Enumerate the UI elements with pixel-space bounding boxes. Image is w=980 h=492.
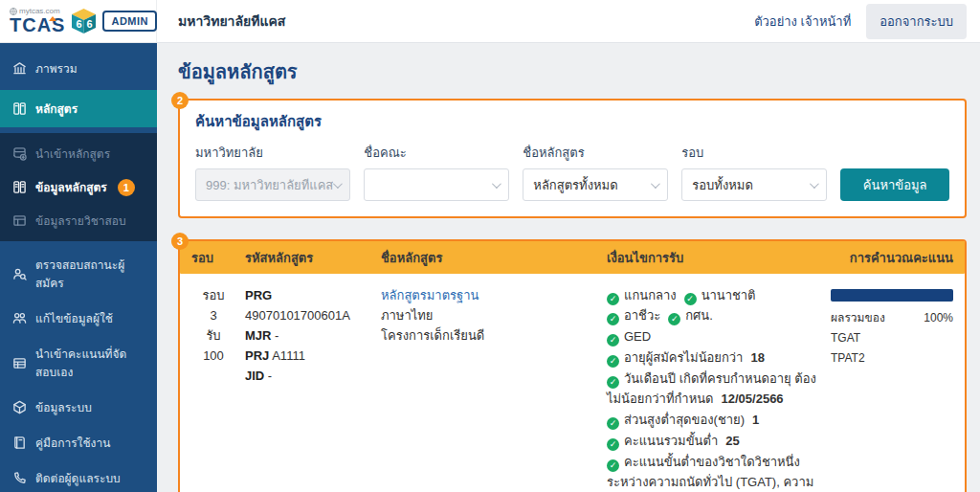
sidebar-item-label: นำเข้าคะแนนที่จัดสอบเอง xyxy=(35,345,145,381)
sidebar-item-label: หลักสูตร xyxy=(35,100,78,118)
admin-badge: ADMIN xyxy=(102,11,157,32)
condition-line: ✓GED xyxy=(607,326,821,347)
condition-line: ✓วันเดือนปี เกิดที่ครบกำหนดอายุ ต้องไม่น… xyxy=(607,369,821,409)
annotation-badge-1: 1 xyxy=(118,179,135,196)
round-field-label: รอบ xyxy=(681,143,827,163)
import-course-icon xyxy=(11,146,27,162)
sidebar-item-label: ติดต่อผู้ดูแลระบบ xyxy=(35,469,121,487)
sidebar-item[interactable]: คู่มือการใช้งาน xyxy=(0,425,157,460)
sidebar-item[interactable]: ตรวจสอบสถานะผู้สมัคร xyxy=(0,247,157,301)
score-subject: TGAT xyxy=(831,328,953,348)
score-label: ผลรวมของ xyxy=(831,308,885,328)
check-icon: ✓ xyxy=(684,293,697,305)
year-label: 66 xyxy=(71,18,97,30)
manual-icon xyxy=(11,436,27,451)
main-content: ข้อมูลหลักสูตร 2 ค้นหาข้อมูลหลักสูตร มหา… xyxy=(157,43,980,492)
faculty-select[interactable] xyxy=(364,168,509,201)
chevron-down-icon xyxy=(651,179,660,189)
course-table-panel: 3 รอบ รหัสหลักสูตร ชื่อหลักสูตร เงื่อนไข… xyxy=(178,239,967,492)
col-header-conditions: เงื่อนไขการรับ xyxy=(607,248,821,268)
sidebar-item-label: ข้อมูลรายวิชาสอบ xyxy=(35,212,126,230)
check-icon: ✓ xyxy=(607,376,619,389)
contact-icon xyxy=(11,471,27,486)
condition-line: ✓คะแนนรวมขั้นต่ำ25 xyxy=(607,431,821,451)
round-cell: รอบ3รับ100 xyxy=(191,285,235,492)
sidebar-item-label: นำเข้าหลักสูตร xyxy=(35,145,110,163)
condition-line: ✓อายุผู้สมัครไม่น้อยกว่า18 xyxy=(607,347,821,368)
search-panel-title: ค้นหาข้อมูลหลักสูตร xyxy=(195,110,949,133)
sidebar-item-label: ภาพรวม xyxy=(35,59,78,78)
page-title: ข้อมูลหลักสูตร xyxy=(178,56,967,87)
check-icon: ✓ xyxy=(607,313,619,325)
sidebar-item-label: แก้ไขข้อมูลผู้ใช้ xyxy=(35,309,113,327)
score-subject: TPAT2 xyxy=(831,348,953,369)
check-icon: ✓ xyxy=(607,334,619,347)
score-percent: 100% xyxy=(924,308,953,328)
conditions-cell: ✓แกนกลาง✓นานาชาติ✓อาชีวะ✓กศน.✓GED✓อายุผู… xyxy=(607,285,821,492)
table-row: รอบ3รับ100PRG 49070101700601AMJR -PRJ A1… xyxy=(180,274,965,492)
round-select[interactable]: รอบทั้งหมด xyxy=(681,168,827,201)
col-header-name: ชื่อหลักสูตร xyxy=(381,248,597,268)
col-header-code: รหัสหลักสูตร xyxy=(245,248,371,268)
col-header-round: รอบ xyxy=(191,248,235,268)
program-select[interactable]: หลักสูตรทั้งหมด xyxy=(523,168,668,201)
score-weight-bar xyxy=(831,289,953,302)
sidebar-item-label: ข้อมูลหลักสูตร xyxy=(35,178,107,196)
check-icon: ✓ xyxy=(607,459,619,472)
table-row-slot-0: รอบ3รับ100PRG 49070101700601AMJR -PRJ A1… xyxy=(180,274,965,492)
faculty-field-label: ชื่อคณะ xyxy=(364,143,509,163)
check-icon: ✓ xyxy=(607,438,619,451)
sidebar-item[interactable]: แก้ไขข้อมูลผู้ใช้ xyxy=(0,301,157,336)
current-user-label: ตัวอย่าง เจ้าหน้าที่ xyxy=(754,11,851,32)
score-cell: ผลรวมของ100%TGATTPAT2 xyxy=(831,285,953,492)
condition-line: ✓ส่วนสูงต่ำสุดของ(ชาย)1 xyxy=(607,410,821,430)
table-header-row: รอบ รหัสหลักสูตร ชื่อหลักสูตร เงื่อนไขกา… xyxy=(180,241,965,274)
program-field-label: ชื่อหลักสูตร xyxy=(523,143,668,163)
course-link[interactable]: หลักสูตรมาตรฐาน xyxy=(381,285,597,305)
annotation-badge-3: 3 xyxy=(171,233,189,250)
col-header-score: การคำนวณคะแนน xyxy=(831,248,953,268)
course-data-icon xyxy=(11,180,27,195)
chevron-down-icon xyxy=(333,179,343,189)
bank-icon xyxy=(11,61,27,77)
sidebar-item-label: ตรวจสอบสถานะผู้สมัคร xyxy=(35,256,145,292)
search-panel: 2 ค้นหาข้อมูลหลักสูตร มหาวิทยาลัย 999: ม… xyxy=(178,99,967,218)
logout-button[interactable]: ออกจากระบบ xyxy=(866,4,967,39)
sidebar-item[interactable]: ติดต่อผู้ดูแลระบบ xyxy=(0,460,157,492)
users-icon xyxy=(11,311,27,326)
check-icon: ✓ xyxy=(668,313,680,325)
sidebar-item[interactable]: ข้อมูลรายวิชาสอบ xyxy=(0,204,157,237)
sidebar: ภาพรวมหลักสูตรนำเข้าหลักสูตรข้อมูลหลักสู… xyxy=(0,43,157,492)
courses-icon xyxy=(11,101,27,117)
annotation-badge-2: 2 xyxy=(171,92,189,109)
sidebar-item[interactable]: นำเข้าคะแนนที่จัดสอบเอง xyxy=(0,336,157,390)
search-button[interactable]: ค้นหาข้อมูล xyxy=(840,168,949,201)
sidebar-item[interactable]: ข้อมูลหลักสูตร1 xyxy=(0,170,157,204)
condition-line: ✓แกนกลาง✓นานาชาติ✓อาชีวะ✓กศน. xyxy=(607,285,821,325)
code-cell: PRG 49070101700601AMJR -PRJ A1111JID - xyxy=(245,285,371,492)
condition-line: ✓คะแนนขั้นต่ำของวิชาใดวิชาหนึ่งระหว่างคว… xyxy=(607,452,821,492)
university-field-label: มหาวิทยาลัย xyxy=(195,143,350,163)
university-select[interactable]: 999: มหาวิทยาลัยทีแคส xyxy=(195,168,350,201)
sidebar-item[interactable]: หลักสูตร xyxy=(0,90,157,127)
year-cube-icon: 66 xyxy=(71,8,97,34)
course-name-cell: หลักสูตรมาตรฐานภาษาไทยโครงการเด็กเรียนดี xyxy=(381,285,597,492)
applicant-status-icon xyxy=(11,266,27,281)
exam-subject-icon xyxy=(11,213,27,229)
chevron-down-icon xyxy=(810,179,819,189)
university-name: มหาวิทยาลัยทีแคส xyxy=(178,11,285,32)
sidebar-nav: ภาพรวมหลักสูตรนำเข้าหลักสูตรข้อมูลหลักสู… xyxy=(0,51,157,492)
check-icon: ✓ xyxy=(607,355,619,368)
check-icon: ✓ xyxy=(607,417,619,430)
sidebar-item-label: คู่มือการใช้งาน xyxy=(35,434,110,452)
top-bar: mytcas.com TCAS 66 ADMIN มหาวิทยาลัยทีแค… xyxy=(0,0,980,43)
check-icon: ✓ xyxy=(607,293,619,305)
sidebar-item[interactable]: ภาพรวม xyxy=(0,51,157,86)
course-name-line: ภาษาไทย xyxy=(381,305,597,325)
sidebar-item[interactable]: นำเข้าหลักสูตร xyxy=(0,137,157,170)
course-name-line: โครงการเด็กเรียนดี xyxy=(381,325,597,346)
sidebar-item[interactable]: ข้อมูลระบบ xyxy=(0,390,157,425)
score-import-icon xyxy=(11,355,27,370)
tcas-wordmark: TCAS xyxy=(10,15,65,34)
sidebar-item-label: ข้อมูลระบบ xyxy=(35,398,92,416)
